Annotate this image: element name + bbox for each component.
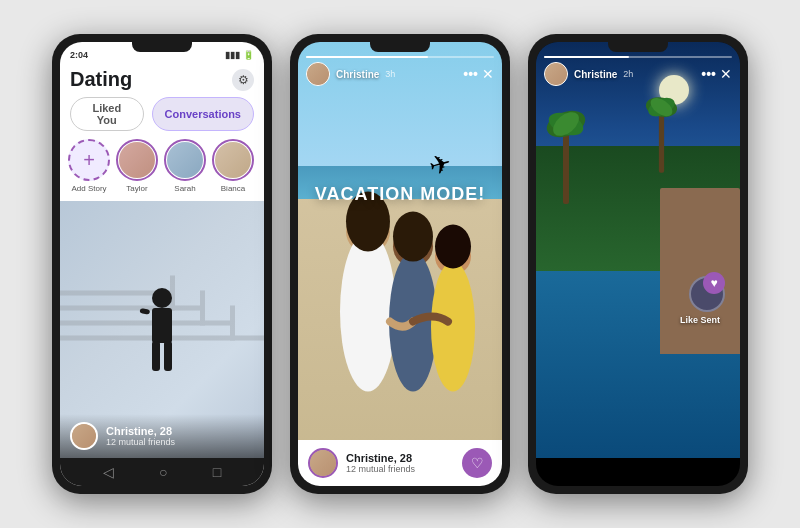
story-username-2: Christine [336,69,379,80]
story-taylor[interactable]: Taylor [116,139,158,193]
story-user-avatar-3 [544,62,568,86]
profile-card[interactable]: Christine, 28 12 mutual friends [60,201,264,458]
story-close-icon-3[interactable]: ✕ [720,66,732,82]
time-display: 2:04 [70,50,88,60]
svg-rect-9 [152,341,160,371]
svg-point-7 [152,288,172,308]
svg-point-17 [393,211,433,261]
story-progress-bar [306,56,494,58]
story-avatar-sarah [164,139,206,181]
phone-1: 2:04 ▮▮▮ 🔋 Dating ⚙ Liked You Conversati… [52,34,272,494]
conversations-tab[interactable]: Conversations [152,97,254,131]
story-actions-2: ••• ✕ [463,66,494,82]
story-bottom-card-2: Christine, 28 12 mutual friends ♡ [298,440,502,486]
palm-tree-svg [546,104,586,204]
phone-2-screen: Christine 3h ••• ✕ VACATION MODE! ✈ Chri… [298,42,502,486]
liked-you-tab[interactable]: Liked You [70,97,144,131]
story-label-taylor: Taylor [126,184,147,193]
svg-point-19 [431,261,475,391]
story-menu-icon-3[interactable]: ••• [701,66,716,82]
profile-mutual: 12 mutual friends [106,437,175,447]
dating-header: Dating ⚙ [60,64,264,97]
vacation-text: VACATION MODE! [298,184,502,205]
story-username-3: Christine [574,69,617,80]
add-story-item[interactable]: + Add Story [68,139,110,193]
story-progress-fill [306,56,428,58]
like-sent-label: Like Sent [680,315,720,325]
person-figure [132,286,192,396]
stories-row: + Add Story Taylor Sarah [60,139,264,201]
beach-people-svg [298,187,502,456]
story-menu-icon-2[interactable]: ••• [463,66,478,82]
like-heart-icon: ♥ [703,272,725,294]
story-avatar-taylor [116,139,158,181]
story-bottom-avatar-2 [308,448,338,478]
svg-point-20 [435,224,471,268]
beach-background [298,42,502,456]
profile-text-block: Christine, 28 12 mutual friends [106,425,175,447]
app-title: Dating [70,68,132,91]
like-sent-bubble: ♥ Like Sent [675,272,725,325]
back-icon[interactable]: ◁ [103,464,114,480]
tabs-row: Liked You Conversations [60,97,264,139]
profile-mini-avatar [70,422,98,450]
story-time-3: 2h [623,69,633,79]
svg-rect-8 [152,308,172,343]
recents-icon[interactable]: □ [213,464,221,480]
home-icon[interactable]: ○ [159,464,167,480]
story-actions-3: ••• ✕ [701,66,732,82]
palm-tree-svg-2 [644,84,679,174]
story-user-row-3: Christine 2h ••• ✕ [544,62,732,86]
story-time-2: 3h [385,69,395,79]
profile-name: Christine, 28 [106,425,175,437]
story-bottom-name-2: Christine, 28 [346,452,454,464]
story-avatar-bianca [212,139,254,181]
svg-rect-11 [139,308,150,315]
settings-gear-icon[interactable]: ⚙ [232,69,254,91]
like-heart-button-2[interactable]: ♡ [462,448,492,478]
story-bianca[interactable]: Bianca [212,139,254,193]
svg-point-13 [340,231,396,391]
svg-rect-4 [230,305,235,340]
phone-3: ♥ Like Sent Christine 2h ••• ✕ [528,34,748,494]
story-user-row-2: Christine 3h ••• ✕ [306,62,494,86]
story-sarah[interactable]: Sarah [164,139,206,193]
story-progress-fill-3 [544,56,629,58]
battery-icon: 🔋 [243,50,254,60]
building [660,188,740,354]
story-label-sarah: Sarah [174,184,195,193]
story-bottom-sub-2: 12 mutual friends [346,464,454,474]
profile-info-bar: Christine, 28 12 mutual friends [60,414,264,458]
story-progress-bar-3 [544,56,732,58]
status-icons: ▮▮▮ 🔋 [225,50,254,60]
story-label-bianca: Bianca [221,184,245,193]
resort-background: ♥ Like Sent [536,42,740,458]
phone-2-notch [370,42,430,52]
add-story-button[interactable]: + [68,139,110,181]
svg-rect-10 [164,341,172,371]
phone-1-notch [132,42,192,52]
phone-3-notch [608,42,668,52]
story-bottom-info-2: Christine, 28 12 mutual friends [346,452,454,474]
signal-icon: ▮▮▮ [225,50,240,60]
story-close-icon-2[interactable]: ✕ [482,66,494,82]
phone-2: Christine 3h ••• ✕ VACATION MODE! ✈ Chri… [290,34,510,494]
phone-3-screen: ♥ Like Sent Christine 2h ••• ✕ [536,42,740,486]
nav-bar-1: ◁ ○ □ [60,458,264,486]
add-story-label: Add Story [71,184,106,193]
scene: 2:04 ▮▮▮ 🔋 Dating ⚙ Liked You Conversati… [0,0,800,528]
phone-1-screen: 2:04 ▮▮▮ 🔋 Dating ⚙ Liked You Conversati… [60,42,264,486]
like-avatar-stack: ♥ [675,272,725,312]
svg-rect-5 [200,290,205,325]
story-user-avatar-2 [306,62,330,86]
